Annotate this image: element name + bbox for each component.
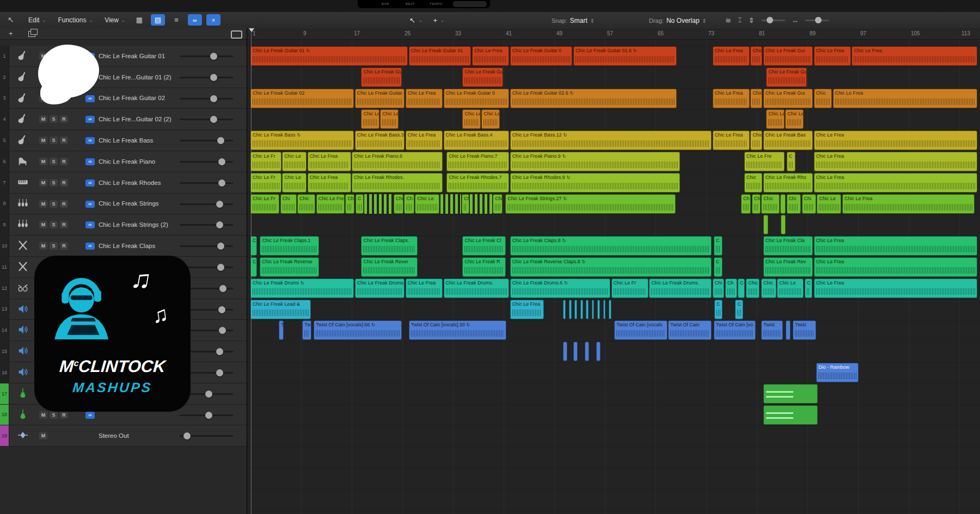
region[interactable]: Chic Le Freak Guitar 0 (510, 46, 573, 66)
region[interactable]: Twist (793, 320, 816, 340)
region[interactable]: Chic Le Fr (611, 278, 648, 298)
region[interactable]: Chic Le Freak Cl (462, 236, 506, 256)
region[interactable]: C (738, 278, 744, 298)
solo-button[interactable]: S (50, 200, 58, 208)
region[interactable] (763, 215, 768, 234)
region[interactable]: Chic Le Freak Bass.4 (444, 131, 510, 150)
bar-ruler[interactable]: 191725334149576573818997105113 (247, 28, 980, 40)
region[interactable] (580, 300, 583, 319)
region[interactable]: Chic (750, 89, 762, 108)
region[interactable]: Chic Le (777, 278, 803, 298)
volume-slider[interactable] (180, 172, 236, 193)
region[interactable]: Ch (725, 278, 737, 298)
region[interactable]: Chic Le Frea (814, 257, 978, 277)
track-header[interactable]: 4 MSR ∞ Chic Le Fre...Guitar 02 (2) (0, 109, 247, 130)
track-header[interactable]: 7 MSR ∞ Chic Le Freak Rhodes (0, 172, 247, 194)
record-enable-button[interactable]: R (60, 137, 68, 144)
solo-button[interactable]: S (50, 179, 58, 187)
region[interactable]: Chic Le Frea (713, 46, 750, 66)
region[interactable]: Chic Le Freak Reverse (260, 257, 319, 277)
region[interactable]: Chic Le Freak Claps.1 (260, 236, 319, 256)
volume-knob[interactable] (183, 432, 191, 439)
region[interactable]: Chic Le Freak Rhodes.7 (446, 173, 509, 193)
region[interactable] (763, 405, 818, 425)
region[interactable]: Chic Le Freak Guitar 01.6↻ (573, 46, 677, 66)
region[interactable]: C (356, 194, 364, 214)
region[interactable]: Chic Le Frea (814, 173, 978, 193)
track-header[interactable]: 3 MSR ∞ Chic Le Freak Guitar 02 (0, 88, 247, 109)
view-menu[interactable]: View⌄ (105, 16, 125, 24)
flex-tool-icon[interactable]: × (206, 14, 220, 26)
region[interactable]: Tw (302, 320, 311, 340)
region[interactable]: Chic Le Frea (814, 46, 851, 66)
region[interactable]: Chic Le Fre (316, 194, 345, 214)
volume-slider[interactable] (180, 405, 236, 425)
volume-slider[interactable] (180, 109, 236, 129)
region[interactable]: Chic Le Freak Gui (462, 67, 503, 87)
region[interactable]: Chi (802, 194, 816, 214)
region[interactable]: C (805, 278, 812, 298)
region[interactable]: Chic Le Fr (250, 194, 279, 214)
track-header[interactable]: 1 MSR ∞ Chic Le Freak Guitar 01 (0, 46, 247, 67)
region[interactable]: Chic (761, 194, 779, 214)
region[interactable]: Chic Le (361, 109, 379, 129)
region[interactable]: Chic Le Frea (833, 89, 978, 108)
region[interactable]: Chic (750, 46, 762, 66)
volume-knob[interactable] (216, 348, 223, 355)
display-icon[interactable] (231, 30, 242, 39)
region[interactable]: Chic Le Freak Guitar 01 (409, 46, 471, 66)
region[interactable] (585, 342, 589, 361)
volume-knob[interactable] (210, 74, 217, 81)
region[interactable]: Chic (814, 89, 832, 108)
region[interactable]: Chic Le Frea (406, 278, 443, 298)
volume-slider[interactable] (180, 425, 236, 446)
volume-knob[interactable] (216, 221, 223, 228)
region[interactable]: Chic Le Fr (250, 152, 281, 171)
region[interactable]: Chic Le Frea (713, 89, 750, 108)
volume-knob[interactable] (210, 95, 217, 102)
volume-knob[interactable] (216, 201, 223, 208)
region[interactable]: Chic Le Freak Piano.6 (352, 152, 443, 171)
chevron-down-icon[interactable]: ⌄ (419, 18, 422, 23)
region[interactable]: Chi (394, 194, 403, 214)
region[interactable] (597, 300, 600, 319)
volume-knob[interactable] (218, 158, 225, 165)
volume-knob[interactable] (219, 285, 226, 292)
region[interactable]: Chic Le Freak Guitar 01↻ (250, 46, 408, 66)
region[interactable]: Chic Le Freak Rev (763, 257, 813, 277)
region[interactable]: Chic Le Freak Drums↻ (250, 278, 354, 298)
region[interactable]: Chi (493, 194, 503, 214)
solo-button[interactable]: S (50, 115, 58, 123)
lcd-mode-button[interactable] (453, 1, 487, 7)
region[interactable]: Chic Le Fre (744, 152, 785, 171)
duplicate-track-icon[interactable] (28, 31, 35, 37)
mute-button[interactable]: M (39, 432, 47, 439)
drag-select[interactable]: Drag:No Overlap⇕ (649, 17, 707, 24)
region[interactable]: Chi (280, 194, 297, 214)
region[interactable]: Chic (761, 278, 776, 298)
crosshair-tool-icon[interactable]: + (433, 16, 438, 24)
region[interactable]: Chic Le Freak Reverse Claps.8↻ (510, 257, 712, 277)
region[interactable]: Chic Le (766, 109, 784, 129)
region[interactable]: Chi (787, 194, 801, 214)
record-enable-button[interactable]: R (60, 158, 68, 165)
region[interactable]: Chic Le Freak Bas (763, 131, 813, 150)
region[interactable]: Ch (404, 194, 414, 214)
region[interactable] (563, 300, 566, 319)
mute-button[interactable]: M (39, 115, 47, 123)
volume-knob[interactable] (217, 243, 224, 250)
volume-slider[interactable] (180, 130, 236, 151)
edit-menu[interactable]: Edit⌄ (28, 16, 46, 24)
region[interactable] (596, 342, 601, 361)
record-enable-button[interactable]: R (60, 411, 68, 419)
hide-library-icon[interactable]: ↖ (8, 15, 14, 24)
region[interactable]: Chic Le Freak Strings.27↻ (505, 194, 675, 214)
horizontal-zoom-knob[interactable] (815, 17, 822, 23)
region[interactable]: Chic (744, 173, 762, 193)
region[interactable]: Chic Le Freak Claps. (361, 236, 417, 256)
region[interactable]: Twist (761, 320, 783, 340)
region[interactable]: Chic Le (282, 152, 307, 171)
region[interactable]: Chic Le Fr (250, 173, 281, 193)
region[interactable]: Chic Le Frea (814, 131, 978, 150)
volume-knob[interactable] (218, 306, 225, 313)
